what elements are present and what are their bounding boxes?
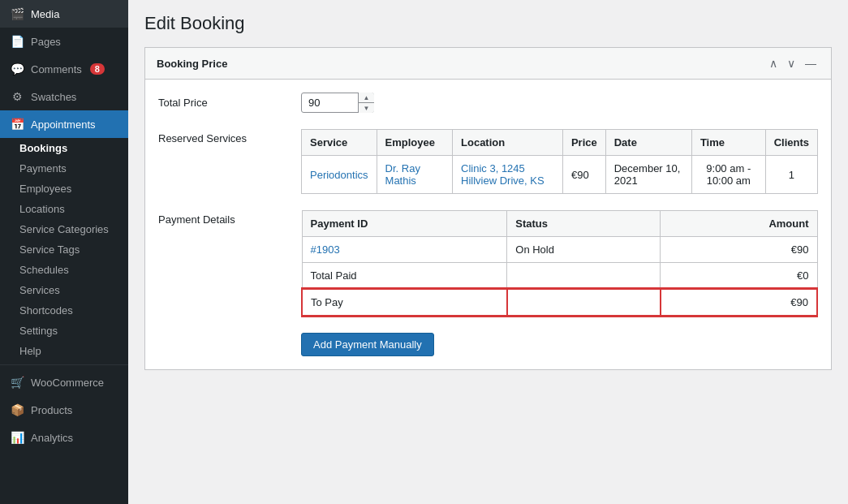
sidebar: 🎬 Media 📄 Pages 💬 Comments 8 ⚙ Swatches … bbox=[0, 0, 128, 504]
row-date: December 10, 2021 bbox=[605, 156, 691, 194]
main-content: Edit Booking Booking Price ∧ ∨ — Total P… bbox=[128, 0, 848, 504]
sidebar-item-swatches[interactable]: ⚙ Swatches bbox=[0, 83, 128, 110]
sidebar-item-pages[interactable]: 📄 Pages bbox=[0, 28, 128, 55]
chevron-down-button[interactable]: ∨ bbox=[784, 56, 798, 71]
sidebar-item-appointments-label: Appointments bbox=[31, 118, 96, 131]
comments-badge: 8 bbox=[90, 63, 105, 75]
payment-row: #1903 On Hold €90 bbox=[302, 237, 817, 263]
sidebar-item-media[interactable]: 🎬 Media bbox=[0, 0, 128, 28]
sidebar-item-woocommerce-label: WooCommerce bbox=[31, 377, 104, 389]
spinner-down-button[interactable]: ▼ bbox=[358, 103, 374, 113]
payment-id-link[interactable]: #1903 bbox=[311, 243, 340, 256]
total-paid-empty-cell bbox=[507, 263, 661, 290]
payment-id-cell: #1903 bbox=[302, 237, 507, 263]
reserved-services-table: Service Employee Location Price Date Tim… bbox=[301, 129, 818, 194]
to-pay-empty-cell bbox=[507, 289, 661, 316]
booking-price-section: Booking Price ∧ ∨ — Total Price ▲ ▼ bbox=[144, 47, 832, 370]
products-icon: 📦 bbox=[10, 403, 24, 417]
sidebar-item-media-label: Media bbox=[31, 8, 59, 20]
row-clients: 1 bbox=[765, 156, 817, 194]
collapse-button[interactable]: — bbox=[802, 56, 820, 71]
total-paid-amount-cell: €0 bbox=[661, 263, 817, 290]
to-pay-row: To Pay €90 bbox=[302, 289, 817, 316]
payment-table: Payment ID Status Amount #1903 On Hold €… bbox=[301, 210, 818, 317]
employee-link[interactable]: Dr. Ray Mathis bbox=[385, 162, 420, 187]
sidebar-sub-service-categories[interactable]: Service Categories bbox=[0, 219, 128, 239]
swatches-icon: ⚙ bbox=[10, 89, 24, 104]
section-header-booking-price: Booking Price ∧ ∨ — bbox=[145, 48, 831, 80]
sidebar-sub-locations[interactable]: Locations bbox=[0, 199, 128, 219]
payment-details-table-wrap: Payment ID Status Amount #1903 On Hold €… bbox=[301, 210, 818, 356]
page-title: Edit Booking bbox=[144, 13, 832, 34]
row-employee: Dr. Ray Mathis bbox=[377, 156, 452, 194]
sidebar-sub-employees[interactable]: Employees bbox=[0, 179, 128, 199]
sidebar-item-woocommerce[interactable]: 🛒 WooCommerce bbox=[0, 368, 128, 396]
add-payment-btn-wrap: Add Payment Manually bbox=[301, 325, 818, 356]
total-price-input-wrap: ▲ ▼ bbox=[301, 93, 374, 113]
reserved-services-table-wrap: Service Employee Location Price Date Tim… bbox=[301, 129, 818, 194]
media-icon: 🎬 bbox=[10, 6, 24, 21]
sidebar-divider bbox=[0, 364, 128, 365]
section-body: Total Price ▲ ▼ Reserved Services bbox=[145, 80, 831, 369]
booking-price-title: Booking Price bbox=[157, 58, 227, 70]
analytics-icon: 📊 bbox=[10, 430, 24, 445]
sidebar-item-pages-label: Pages bbox=[31, 36, 61, 48]
col-service: Service bbox=[302, 130, 377, 156]
table-row: Periodontics Dr. Ray Mathis Clinic 3, 12… bbox=[302, 156, 818, 194]
chevron-up-button[interactable]: ∧ bbox=[766, 56, 781, 71]
spinner-up-button[interactable]: ▲ bbox=[358, 93, 374, 103]
col-amount: Amount bbox=[661, 211, 817, 237]
payment-status-cell: On Hold bbox=[507, 237, 661, 263]
row-location: Clinic 3, 1245 Hillview Drive, KS bbox=[453, 156, 563, 194]
col-price: Price bbox=[562, 130, 605, 156]
sidebar-sub-schedules[interactable]: Schedules bbox=[0, 260, 128, 280]
sidebar-sub-shortcodes[interactable]: Shortcodes bbox=[0, 300, 128, 321]
location-link[interactable]: Clinic 3, 1245 Hillview Drive, KS bbox=[461, 162, 545, 187]
comments-icon: 💬 bbox=[10, 62, 24, 76]
col-employee: Employee bbox=[377, 130, 452, 156]
sidebar-item-products-label: Products bbox=[31, 404, 72, 416]
add-payment-manually-button[interactable]: Add Payment Manually bbox=[301, 333, 434, 356]
sidebar-item-comments-label: Comments bbox=[31, 63, 82, 75]
total-paid-row: Total Paid €0 bbox=[302, 263, 817, 290]
payment-details-section: Payment Details Payment ID Status Amount bbox=[158, 210, 818, 356]
sidebar-item-products[interactable]: 📦 Products bbox=[0, 396, 128, 424]
sidebar-sub-service-tags[interactable]: Service Tags bbox=[0, 239, 128, 260]
col-payment-id: Payment ID bbox=[302, 211, 507, 237]
pages-icon: 📄 bbox=[10, 34, 24, 49]
total-price-label: Total Price bbox=[158, 97, 288, 109]
total-paid-label-cell: Total Paid bbox=[302, 263, 507, 290]
sidebar-sub-payments[interactable]: Payments bbox=[0, 158, 128, 179]
payment-header-row: Payment ID Status Amount bbox=[302, 211, 817, 237]
reserved-services-label: Reserved Services bbox=[158, 129, 288, 144]
col-location: Location bbox=[453, 130, 563, 156]
total-price-row: Total Price ▲ ▼ bbox=[158, 93, 818, 113]
sidebar-sub-bookings[interactable]: Bookings bbox=[0, 138, 128, 158]
sidebar-sub-help[interactable]: Help bbox=[0, 341, 128, 361]
to-pay-amount-cell: €90 bbox=[661, 289, 817, 316]
reserved-services-header-row: Service Employee Location Price Date Tim… bbox=[302, 130, 818, 156]
sidebar-item-comments[interactable]: 💬 Comments 8 bbox=[0, 55, 128, 83]
payment-amount-cell: €90 bbox=[661, 237, 817, 263]
col-clients: Clients bbox=[765, 130, 817, 156]
col-time: Time bbox=[691, 130, 765, 156]
sidebar-item-appointments[interactable]: 📅 Appointments bbox=[0, 110, 128, 138]
payment-details-label: Payment Details bbox=[158, 210, 288, 226]
sidebar-item-swatches-label: Swatches bbox=[31, 91, 76, 103]
woocommerce-icon: 🛒 bbox=[10, 375, 24, 390]
col-status: Status bbox=[507, 211, 661, 237]
reserved-services-row: Reserved Services Service Employee Locat… bbox=[158, 129, 818, 194]
sidebar-item-analytics-label: Analytics bbox=[31, 432, 73, 444]
row-time: 9:00 am - 10:00 am bbox=[691, 156, 765, 194]
spinner-buttons: ▲ ▼ bbox=[358, 93, 374, 113]
to-pay-label-cell: To Pay bbox=[302, 289, 507, 316]
section-header-controls: ∧ ∨ — bbox=[766, 56, 820, 71]
appointments-icon: 📅 bbox=[10, 117, 24, 131]
sidebar-sub-services[interactable]: Services bbox=[0, 280, 128, 300]
col-date: Date bbox=[605, 130, 691, 156]
service-link[interactable]: Periodontics bbox=[310, 169, 368, 181]
sidebar-sub-settings[interactable]: Settings bbox=[0, 321, 128, 341]
row-price: €90 bbox=[562, 156, 605, 194]
row-service: Periodontics bbox=[302, 156, 377, 194]
sidebar-item-analytics[interactable]: 📊 Analytics bbox=[0, 424, 128, 451]
